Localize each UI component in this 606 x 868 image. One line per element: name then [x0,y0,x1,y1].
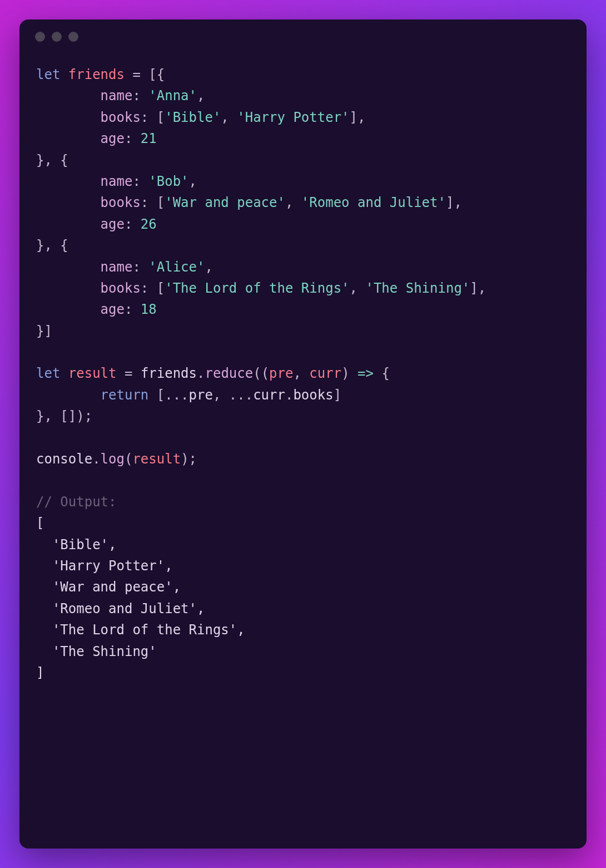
code-token: 18 [141,302,157,317]
code-token: log [101,451,125,467]
code-token: 'Harry Potter' [237,110,349,125]
code-token: friends [68,67,125,82]
code-token: , [221,110,229,125]
code-token: }, { [36,238,68,253]
code-token: = [132,67,140,82]
code-token: result [68,366,117,381]
code-token: }, { [36,152,68,168]
code-token: name [101,174,133,189]
code-token: : [125,302,132,317]
code-token: . [92,451,100,467]
code-token: curr [253,387,285,403]
code-token: ) [341,366,349,381]
code-token: let [36,366,60,381]
code-token: 'Anna' [148,88,197,103]
code-token: ], [446,195,462,210]
code-token: 21 [141,131,157,146]
window-close-dot[interactable] [35,32,45,42]
code-token: age [101,302,125,317]
code-token: [... [157,387,189,403]
code-token: return [101,387,149,403]
window-header [19,19,587,47]
code-token: [ [157,280,165,296]
window-minimize-dot[interactable] [52,32,62,42]
code-token: reduce [205,366,253,381]
code-token: : [132,88,140,103]
code-token: [{ [148,67,165,82]
code-token: 26 [141,216,157,232]
code-token: }] [36,323,52,339]
code-token: result [132,451,181,467]
code-token: 'Bob' [148,174,188,189]
code-token: books [101,110,141,125]
code-token: : [141,280,148,296]
code-token: : [125,131,132,146]
code-token: 'Alice' [148,259,205,275]
code-token: books [101,195,141,210]
code-token: // Output: [36,494,117,510]
code-token: [ [157,195,165,210]
code-token: , [293,366,301,381]
code-window: let friends = [{ name: 'Anna', books: ['… [19,19,587,849]
code-token: : [132,174,140,189]
code-token: 'The Shining' [365,280,470,296]
code-token: pre [269,366,293,381]
code-token: => [357,366,374,381]
code-token: : [125,216,132,232]
code-token: , [189,174,197,189]
code-content: let friends = [{ name: 'Anna', books: ['… [19,47,587,700]
code-token: books [293,387,333,403]
code-token: name [101,88,133,103]
code-token: ] [334,387,341,403]
code-token: . [197,366,205,381]
code-token: [ [157,110,165,125]
code-token: pre [189,387,213,403]
code-token: ], [350,110,366,125]
code-token: , [285,195,293,210]
code-token: 'Romeo and Juliet' [301,195,446,210]
code-token: name [101,259,133,275]
code-token: , [350,280,357,296]
code-token: age [101,131,125,146]
code-token: ], [470,280,486,296]
code-token: ); [181,451,197,467]
code-token: }, []); [36,408,92,424]
code-token: , [197,88,205,103]
code-token: curr [309,366,341,381]
code-token: { [381,366,389,381]
code-token: : [132,259,140,275]
code-token: (( [253,366,269,381]
code-token: 'The Lord of the Rings' [165,280,349,296]
code-token: [ 'Bible', 'Harry Potter', 'War and peac… [36,515,245,680]
code-token: friends [141,366,197,381]
code-token: , [205,259,212,275]
code-token: books [101,280,141,296]
code-token: : [141,195,148,210]
code-token: 'War and peace' [165,195,285,210]
window-maximize-dot[interactable] [68,32,78,42]
code-token: , ... [213,387,253,403]
code-token: age [101,216,125,232]
code-token: = [125,366,132,381]
code-token: console [36,451,92,467]
code-token: . [285,387,293,403]
code-token: let [36,67,60,82]
code-token: : [141,110,148,125]
code-token: ( [125,451,132,467]
code-token: 'Bible' [165,110,221,125]
